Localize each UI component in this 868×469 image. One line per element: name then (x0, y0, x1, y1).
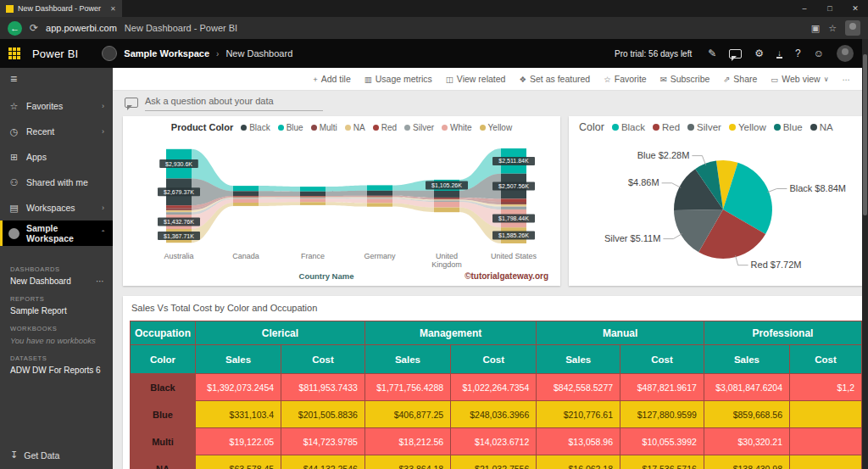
matrix-table-tile[interactable]: Sales Vs Total Cost by Color and Occupat… (123, 296, 862, 469)
pie-chart-tile[interactable]: ColorBlackRedSilverYellowBlueNA Black $8… (569, 116, 862, 286)
ribbon-bar-segment[interactable] (233, 203, 259, 206)
ribbon-bar-segment[interactable] (434, 200, 459, 202)
reload-icon[interactable]: ⟳ (30, 22, 38, 34)
ribbon-bar-segment[interactable] (367, 197, 392, 198)
comment-icon[interactable] (729, 49, 742, 59)
sidebar-item-sample-workspace[interactable]: Sample Workspace ˆ (0, 221, 113, 246)
qna-bar[interactable]: Ask a question about your data (125, 95, 323, 111)
ribbon-bar-segment[interactable] (300, 187, 326, 192)
download-icon[interactable]: ↓ (776, 49, 782, 59)
waffle-menu-icon[interactable] (8, 47, 20, 59)
send-to-device-icon[interactable]: ▣ (811, 23, 820, 34)
ribbon-band[interactable] (259, 186, 300, 192)
ribbon-bar-segment[interactable] (501, 207, 526, 209)
ribbon-band[interactable] (259, 196, 300, 197)
get-data-button[interactable]: ↧ Get Data (10, 449, 59, 461)
scrollbar-thumb[interactable] (863, 54, 867, 215)
ribbon-bar-segment[interactable] (434, 198, 459, 199)
ribbon-bar-segment[interactable] (233, 198, 259, 198)
breadcrumb-workspace[interactable]: Sample Workspace (124, 48, 209, 59)
sidebar-item-shared-with-me[interactable]: ⚇ Shared with me (0, 170, 113, 195)
ribbon-bar-segment[interactable] (367, 198, 392, 198)
ribbon-chart-tile[interactable]: Product ColorBlackBlueMultiNARedSilverWh… (123, 116, 560, 286)
ribbon-bar-segment[interactable] (233, 198, 259, 198)
ribbon-bar-segment[interactable] (166, 205, 192, 208)
favorite-button[interactable]: ☆Favorite (604, 74, 646, 84)
maximize-button[interactable]: □ (817, 0, 843, 17)
ribbon-band[interactable] (259, 197, 300, 198)
ribbon-bar-segment[interactable] (166, 210, 192, 212)
ribbon-bar-segment[interactable] (233, 191, 259, 196)
pie-chart[interactable]: Black $8.84MRed $7.72MSilver $5.11M$4.86… (577, 135, 854, 282)
ribbon-band[interactable] (326, 191, 367, 196)
ribbon-bar-segment[interactable] (367, 199, 392, 204)
ribbon-bar-segment[interactable] (434, 202, 459, 208)
ribbon-bar-segment[interactable] (434, 191, 459, 198)
ribbon-bar-segment[interactable] (300, 196, 326, 197)
ribbon-band[interactable] (326, 185, 367, 191)
sidebar-item-apps[interactable]: ⊞ Apps (0, 144, 113, 170)
ribbon-bar-segment[interactable] (233, 199, 259, 204)
ribbon-bar-segment[interactable] (300, 202, 326, 205)
more-options-button[interactable]: ⋯ (843, 75, 851, 84)
add-tile-button[interactable]: +Add tile (313, 74, 351, 84)
vertical-scrollbar[interactable] (862, 39, 868, 469)
ribbon-bar-segment[interactable] (367, 198, 392, 198)
more-options-icon[interactable]: ⋯ (96, 276, 108, 286)
minimize-button[interactable]: – (792, 0, 817, 17)
hamburger-menu-icon[interactable]: ≡ (10, 72, 17, 86)
powerbi-brand[interactable]: Power BI (32, 47, 78, 60)
ribbon-bar-segment[interactable] (300, 198, 326, 198)
ribbon-band[interactable] (259, 191, 300, 196)
sidebar-item-workspaces[interactable]: ▤ Workspaces › (0, 195, 113, 221)
ribbon-bar-segment[interactable] (501, 198, 526, 202)
ribbon-bar-segment[interactable] (367, 191, 392, 196)
edit-icon[interactable]: ✎ (708, 48, 716, 59)
bookmark-star-icon[interactable]: ☆ (828, 23, 837, 34)
feedback-smiley-icon[interactable]: ☺ (814, 48, 824, 59)
back-button[interactable]: ← (8, 21, 22, 36)
browser-profile-avatar[interactable] (845, 20, 860, 36)
usage-metrics-button[interactable]: ▥Usage metrics (364, 74, 432, 84)
ribbon-bar-segment[interactable] (300, 198, 326, 202)
sidebar-item-favorites[interactable]: ☆ Favorites › (0, 93, 113, 119)
ribbon-bar-segment[interactable] (501, 202, 526, 204)
ribbon-bar-segment[interactable] (233, 186, 259, 191)
ribbon-bar-segment[interactable] (233, 196, 259, 197)
set-as-featured-button[interactable]: ❖Set as featured (519, 74, 590, 84)
ribbon-bar-segment[interactable] (367, 185, 392, 190)
table-cell (790, 455, 862, 469)
ribbon-bar-segment[interactable] (434, 198, 459, 198)
ribbon-bar-segment[interactable] (367, 203, 392, 206)
close-button[interactable]: ✕ (843, 0, 868, 17)
tab-close-icon[interactable]: ✕ (110, 5, 116, 13)
ribbon-bar-segment[interactable] (434, 199, 459, 200)
sidebar-item-new-dashboard[interactable]: New Dashboard ⋯ (10, 276, 108, 286)
user-avatar[interactable] (837, 45, 854, 62)
ribbon-bar-segment[interactable] (501, 204, 526, 207)
web-view-dropdown[interactable]: ▭Web view∨ (771, 74, 828, 84)
ribbon-bar-segment[interactable] (300, 192, 326, 196)
sidebar-item-recent[interactable]: ◷ Recent › (0, 119, 113, 144)
table-cell: $331,103.4 (195, 401, 281, 428)
ribbon-band[interactable] (259, 198, 300, 203)
ribbon-bar-segment[interactable] (166, 212, 192, 215)
qna-input[interactable]: Ask a question about your data (145, 95, 323, 111)
browser-tab[interactable]: New Dashboard - Power ✕ (0, 0, 122, 17)
ribbon-bar-segment[interactable] (300, 197, 326, 198)
gear-icon[interactable]: ⚙ (754, 48, 764, 59)
help-icon[interactable]: ? (795, 48, 801, 59)
url-text[interactable]: app.powerbi.com (46, 23, 117, 33)
ribbon-bar-segment[interactable] (434, 208, 459, 213)
ribbon-band[interactable] (259, 202, 300, 206)
view-related-button[interactable]: ◫View related (446, 74, 506, 84)
ribbon-chart[interactable]: $2,930.6K$2,679.37K$1,432.76K$1,367.71K$… (131, 135, 552, 282)
sidebar-item-dataset[interactable]: ADW DW For Reports 6 (10, 366, 108, 375)
share-button[interactable]: ⇗Share (723, 74, 757, 84)
ribbon-bar-segment[interactable] (233, 197, 259, 198)
sidebar-item-sample-report[interactable]: Sample Report (10, 306, 108, 315)
breadcrumb-page[interactable]: New Dashboard (225, 48, 292, 59)
ribbon-bar-segment[interactable] (166, 208, 192, 210)
subscribe-button[interactable]: ✉Subscribe (660, 74, 710, 84)
ribbon-bar-segment[interactable] (367, 196, 392, 197)
